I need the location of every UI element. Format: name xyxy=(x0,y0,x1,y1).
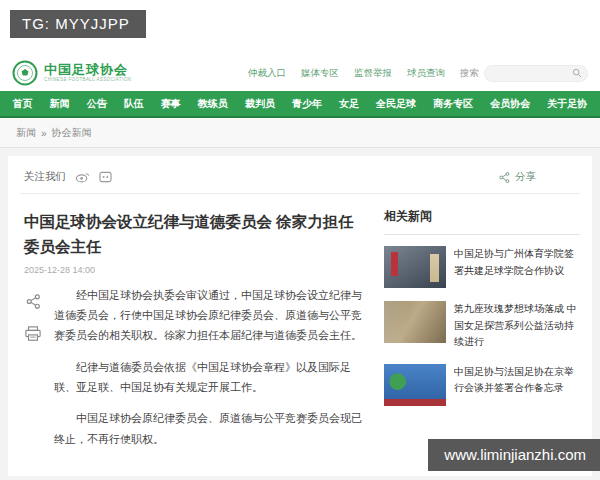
news-thumbnail xyxy=(384,364,446,406)
article-paragraph: 中国足球协会原纪律委员会、原道德与公平竞赛委员会现已终止，不再行使职权。 xyxy=(54,408,368,449)
news-item-title: 第九座玫瑰梦想球场落成 中国女足探营系列公益活动持续进行 xyxy=(454,301,580,351)
related-news-title: 相关新闻 xyxy=(384,202,580,235)
site-name-en: CHINESE FOOTBALL ASSOCIATION xyxy=(44,78,131,83)
top-link[interactable]: 监督举报 xyxy=(354,67,392,80)
site-name: 中国足球协会 xyxy=(44,63,131,77)
share-nodes-icon xyxy=(498,171,511,184)
top-link[interactable]: 媒体专区 xyxy=(301,67,339,80)
search-label: 搜索 xyxy=(460,67,479,80)
site-logo[interactable]: 中国足球协会 CHINESE FOOTBALL ASSOCIATION xyxy=(12,60,131,86)
header-search: 搜索 xyxy=(460,65,588,82)
nav-item[interactable]: 首页 xyxy=(11,97,35,111)
top-link[interactable]: 球员查询 xyxy=(407,67,445,80)
related-news-item[interactable]: 中国足协与法国足协在京举行会谈并签署合作备忘录 xyxy=(384,364,580,406)
related-news-sidebar: 相关新闻 中国足协与广州体育学院签署共建足球学院合作协议 第九座玫瑰梦想球场落成 xyxy=(384,202,580,460)
article-paragraph: 纪律与道德委员会依据《中国足球协会章程》以及国际足联、亚足联、中国足协有关规定开… xyxy=(54,357,368,398)
nav-item[interactable]: 新闻 xyxy=(48,97,72,111)
breadcrumb-current[interactable]: 协会新闻 xyxy=(52,126,92,140)
content-card: 关注我们 xyxy=(8,156,592,476)
nav-item[interactable]: 会员协会 xyxy=(488,97,532,111)
cfa-website: 中国足球协会 CHINESE FOOTBALL ASSOCIATION 仲裁入口… xyxy=(0,55,600,480)
nav-item[interactable]: 关于足协 xyxy=(545,97,589,111)
related-news-item[interactable]: 第九座玫瑰梦想球场落成 中国女足探营系列公益活动持续进行 xyxy=(384,301,580,351)
site-header: 中国足球协会 CHINESE FOOTBALL ASSOCIATION 仲裁入口… xyxy=(0,55,600,91)
nav-item[interactable]: 青少年 xyxy=(290,97,324,111)
top-link[interactable]: 仲裁入口 xyxy=(248,67,286,80)
article-body: 经中国足球协会执委会审议通过，中国足球协会设立纪律与道德委员会，行使中国足球协会… xyxy=(54,285,368,460)
share-rail-icon[interactable] xyxy=(25,293,42,310)
nav-item[interactable]: 商务专区 xyxy=(431,97,475,111)
site-logo-text: 中国足球协会 CHINESE FOOTBALL ASSOCIATION xyxy=(44,63,131,83)
header-utility-links: 仲裁入口媒体专区监督举报球员查询 搜索 xyxy=(248,65,588,82)
main-nav: 首页新闻公告队伍赛事教练员裁判员青少年女足全民足球商务专区会员协会关于足协 xyxy=(0,91,600,118)
follow-label: 关注我们 xyxy=(24,170,66,184)
related-news-list: 中国足协与广州体育学院签署共建足球学院合作协议 第九座玫瑰梦想球场落成 中国女足… xyxy=(384,246,580,406)
news-thumbnail xyxy=(384,301,446,343)
print-icon[interactable] xyxy=(24,326,42,342)
wechat-icon[interactable] xyxy=(99,171,112,183)
breadcrumb: 新闻 » 协会新闻 xyxy=(0,118,600,148)
news-item-title: 中国足协与广州体育学院签署共建足球学院合作协议 xyxy=(454,246,580,288)
weibo-icon[interactable] xyxy=(75,171,90,183)
article-action-rail xyxy=(20,285,46,460)
share-button[interactable]: 分享 xyxy=(498,170,536,184)
cfa-crest-icon xyxy=(12,60,38,86)
nav-item[interactable]: 教练员 xyxy=(196,97,230,111)
url-watermark: www.liminjianzhi.com xyxy=(428,439,600,471)
search-box xyxy=(484,65,588,82)
article-paragraph: 经中国足球协会执委会审议通过，中国足球协会设立纪律与道德委员会，行使中国足球协会… xyxy=(54,285,368,346)
nav-item[interactable]: 女足 xyxy=(337,97,361,111)
breadcrumb-section[interactable]: 新闻 xyxy=(16,126,36,140)
nav-item[interactable]: 公告 xyxy=(85,97,109,111)
nav-item[interactable]: 全民足球 xyxy=(374,97,418,111)
search-icon[interactable] xyxy=(572,68,582,78)
article: 中国足球协会设立纪律与道德委员会 徐家力担任委员会主任 2025-12-28 1… xyxy=(20,202,368,460)
search-input[interactable] xyxy=(490,67,572,79)
article-toolbar: 关注我们 xyxy=(20,166,580,194)
breadcrumb-separator: » xyxy=(41,128,47,139)
news-thumbnail xyxy=(384,246,446,288)
nav-item[interactable]: 赛事 xyxy=(159,97,183,111)
follow-us: 关注我们 xyxy=(24,170,112,184)
page-body: 关注我们 xyxy=(0,148,600,480)
related-news-item[interactable]: 中国足协与广州体育学院签署共建足球学院合作协议 xyxy=(384,246,580,288)
tg-watermark-badge: TG: MYYJJPP xyxy=(10,10,146,38)
article-title: 中国足球协会设立纪律与道德委员会 徐家力担任委员会主任 xyxy=(20,210,368,260)
share-label: 分享 xyxy=(515,170,536,184)
nav-item[interactable]: 队伍 xyxy=(122,97,146,111)
article-date: 2025-12-28 14:00 xyxy=(20,265,368,275)
nav-item[interactable]: 裁判员 xyxy=(243,97,277,111)
news-item-title: 中国足协与法国足协在京举行会谈并签署合作备忘录 xyxy=(454,364,580,406)
